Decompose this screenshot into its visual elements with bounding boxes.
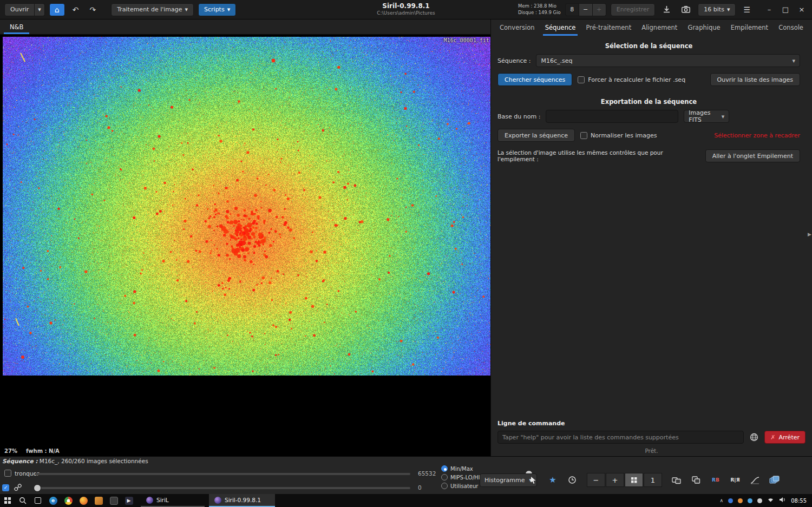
undo-button[interactable]: ↶ xyxy=(69,3,82,16)
astrometry-button[interactable] xyxy=(565,473,579,487)
spin-decrease-button[interactable]: − xyxy=(579,3,593,16)
image-filename: M16c_00001.fit xyxy=(444,37,489,43)
pinned-app-icon-5[interactable] xyxy=(106,494,121,507)
fit-grid-icon xyxy=(631,477,637,483)
tray-app-icon-2[interactable] xyxy=(738,498,743,503)
tab-conversion[interactable]: Conversion xyxy=(496,19,538,36)
open-split-button: Ouvrir ▾ xyxy=(4,3,45,16)
export-format-dropdown[interactable]: Images FITS ▾ xyxy=(684,110,729,123)
bit-depth-dropdown[interactable]: 16 bits ▾ xyxy=(698,3,736,16)
tab-stacking[interactable]: Empilement xyxy=(728,19,771,36)
command-line-title: Ligne de commande xyxy=(497,420,806,427)
save-button[interactable]: Enregistrer xyxy=(611,3,656,16)
pointer-tool-button[interactable] xyxy=(526,473,540,487)
auto-cut-checkbox[interactable]: ✓ xyxy=(2,484,9,491)
tab-console[interactable]: Console xyxy=(775,19,807,36)
fwhm-value: fwhm : N/A xyxy=(26,448,60,454)
sequence-export-title: Exportation de la séquence xyxy=(497,98,800,106)
radio-user[interactable]: Utilisateur xyxy=(441,483,480,489)
taskbar-search-icon[interactable] xyxy=(15,494,30,507)
mirror-y-button[interactable] xyxy=(689,473,703,487)
download-icon[interactable] xyxy=(659,3,674,16)
start-button[interactable] xyxy=(0,494,15,507)
network-icon[interactable] xyxy=(767,497,774,504)
tab-registration[interactable]: Alignement xyxy=(638,19,680,36)
siril-window: Ouvrir ▾ ⌂ ↶ ↷ Traitement de l'image ▾ S… xyxy=(0,0,812,507)
image-tabstrip: N&B xyxy=(0,19,490,35)
select-crop-zone-link[interactable]: Sélectionner zone à recadrer xyxy=(714,132,800,139)
edge-icon[interactable]: e xyxy=(45,494,61,507)
link-sliders-icon[interactable] xyxy=(14,484,22,492)
minimize-button[interactable]: – xyxy=(761,2,777,18)
sequence-tab-content: Sélection de la séquence Séquence : M16c… xyxy=(491,36,812,162)
image-canvas[interactable] xyxy=(3,37,490,376)
force-recalc-checkbox[interactable]: Forcer à recalculer le fichier .seq xyxy=(578,76,685,83)
stop-button[interactable]: ✗ Arrêter xyxy=(764,431,806,444)
cut-mode-radios: Min/Max MIPS-LO/HI Utilisateur xyxy=(441,465,480,489)
command-help-globe-icon[interactable] xyxy=(748,431,760,443)
tray-app-icon-4[interactable] xyxy=(757,498,762,503)
zoom-out-button[interactable]: − xyxy=(587,473,605,487)
histogram-transform-button[interactable] xyxy=(748,473,762,487)
tab-plot[interactable]: Graphique xyxy=(684,19,723,36)
tab-sequence[interactable]: Séquence xyxy=(542,19,579,36)
rgb-compositing-button[interactable]: RB xyxy=(709,473,723,487)
open-recent-dropdown[interactable]: ▾ xyxy=(35,3,45,16)
radio-minmax[interactable]: Min/Max xyxy=(441,465,480,472)
image-processing-menu-button[interactable]: Traitement de l'image ▾ xyxy=(111,3,194,16)
stacking-note: La sélection d'image utilise les mêmes c… xyxy=(497,149,700,162)
star-detection-button[interactable]: ★ xyxy=(546,473,560,487)
command-input[interactable] xyxy=(497,431,744,444)
close-button[interactable]: × xyxy=(794,2,810,18)
search-sequences-button[interactable]: Chercher séquences xyxy=(497,73,572,86)
firefox-icon[interactable] xyxy=(76,494,91,507)
flip-image-button[interactable]: R|Я xyxy=(728,473,742,487)
clock[interactable]: 08:55 xyxy=(791,498,807,504)
volume-icon[interactable] xyxy=(779,497,786,504)
radio-mips-lohi[interactable]: MIPS-LO/HI xyxy=(441,474,480,480)
basename-input[interactable] xyxy=(546,110,678,123)
maximize-button[interactable]: □ xyxy=(777,2,794,18)
image-list-button[interactable] xyxy=(767,473,781,487)
tab-pre-processing[interactable]: Pré-traitement xyxy=(583,19,635,36)
task-view-icon[interactable] xyxy=(30,494,45,507)
spin-increase-button[interactable]: + xyxy=(593,3,606,16)
tray-chevron-icon[interactable]: ∧ xyxy=(720,498,724,503)
tray-app-icon-3[interactable] xyxy=(748,498,752,503)
status-ready: Prêt. xyxy=(497,447,806,454)
normalize-images-label: Normaliser les images xyxy=(591,132,657,139)
header-bar: Ouvrir ▾ ⌂ ↶ ↷ Traitement de l'image ▾ S… xyxy=(0,0,812,19)
export-sequence-button[interactable]: Exporter la séquence xyxy=(497,129,575,142)
pinned-app-icon-2[interactable] xyxy=(61,494,76,507)
scripts-menu-button[interactable]: Scripts ▾ xyxy=(198,3,236,16)
high-cut-slider[interactable] xyxy=(35,473,410,475)
taskbar-window-active[interactable]: Siril-0.99.8.1 xyxy=(209,494,275,507)
window-title: Siril-0.99.8.1 xyxy=(377,2,435,10)
truncate-checkbox[interactable]: tronquer xyxy=(4,470,39,477)
tray-app-icon-1[interactable] xyxy=(728,498,733,503)
pinned-app-icon-4[interactable] xyxy=(91,494,106,507)
panel-collapse-handle[interactable]: ▶ xyxy=(808,232,811,237)
pinned-app-icon-6[interactable]: ▶ xyxy=(121,494,136,507)
sequence-combobox[interactable]: M16c_.seq ▾ xyxy=(536,54,800,67)
goto-stacking-button[interactable]: Aller à l'onglet Empilement xyxy=(705,149,800,162)
zoom-in-button[interactable]: + xyxy=(606,473,624,487)
normalize-images-checkbox[interactable]: Normaliser les images xyxy=(580,132,657,139)
redo-button[interactable]: ↷ xyxy=(86,3,99,16)
taskbar-window-siril[interactable]: SiriL xyxy=(141,494,205,507)
zoom-fit-button[interactable] xyxy=(625,473,643,487)
mirror-x-button[interactable] xyxy=(670,473,684,487)
open-image-list-button[interactable]: Ouvrir la liste des images xyxy=(710,73,800,86)
force-recalc-label: Forcer à recalculer le fichier .seq xyxy=(588,76,685,83)
zoom-one-button[interactable]: 1 xyxy=(644,473,662,487)
low-cut-value: 0 xyxy=(418,484,422,491)
hamburger-menu-icon[interactable]: ☰ xyxy=(740,3,754,16)
tab-nb[interactable]: N&B xyxy=(2,19,31,34)
low-cut-slider[interactable] xyxy=(35,487,410,489)
home-button[interactable]: ⌂ xyxy=(49,3,65,16)
sequence-selection-title: Sélection de la séquence xyxy=(497,42,800,50)
snapshot-camera-icon[interactable] xyxy=(678,3,693,16)
open-button[interactable]: Ouvrir xyxy=(4,3,35,16)
low-cut-slider-knob[interactable] xyxy=(34,484,41,492)
task-view-square xyxy=(35,497,41,504)
